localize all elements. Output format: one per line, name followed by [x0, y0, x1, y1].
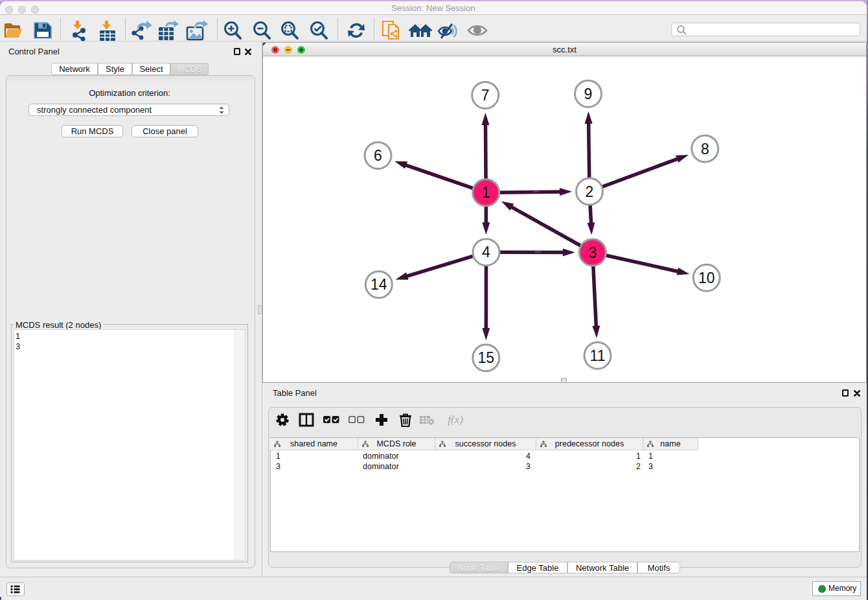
svg-text:9: 9 — [584, 86, 593, 102]
svg-text:15: 15 — [478, 349, 495, 366]
svg-text:4: 4 — [482, 244, 490, 260]
svg-text:14: 14 — [371, 276, 387, 293]
svg-text:11: 11 — [590, 347, 606, 364]
svg-text:6: 6 — [374, 147, 382, 164]
svg-text:2: 2 — [586, 183, 594, 200]
svg-text:3: 3 — [588, 244, 597, 261]
svg-text:10: 10 — [698, 270, 715, 286]
svg-text:1: 1 — [482, 184, 490, 201]
svg-text:7: 7 — [481, 87, 490, 104]
svg-text:8: 8 — [701, 141, 709, 157]
